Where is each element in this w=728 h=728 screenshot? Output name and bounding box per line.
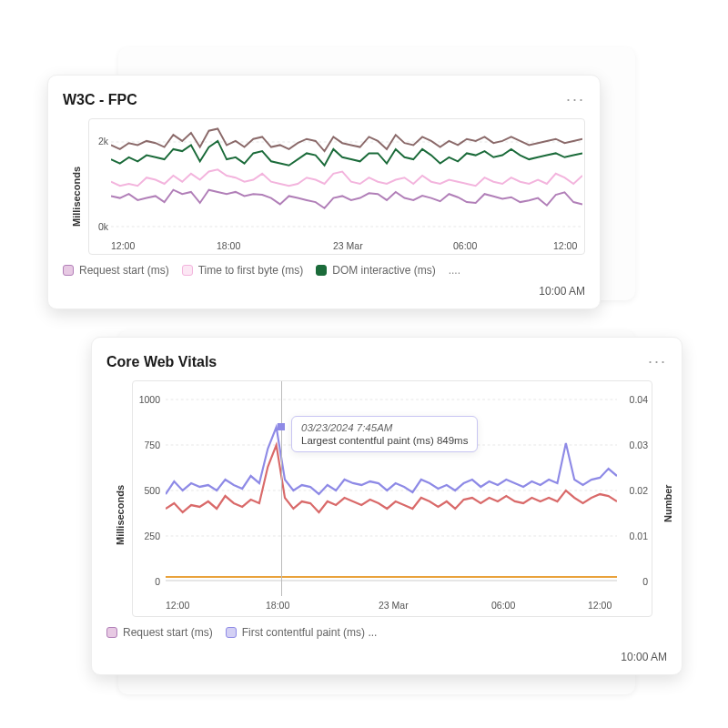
footer-time: 10:00 AM: [539, 285, 585, 298]
y-tick-right: 0.04: [630, 394, 648, 405]
legend-item: Request start (ms): [63, 264, 169, 277]
x-tick: 12:00: [588, 600, 612, 611]
card-core-web-vitals: Core Web Vitals ··· Milliseconds Number …: [91, 337, 682, 675]
y-tick-right: 0.02: [630, 485, 648, 496]
legend-item: Time to first byte (ms): [182, 264, 304, 277]
more-menu-icon[interactable]: ···: [648, 352, 667, 371]
y-tick: 0: [135, 576, 160, 587]
legend-label: DOM interactive (ms): [332, 264, 435, 277]
legend-label: Request start (ms): [123, 626, 213, 639]
swatch-icon: [316, 265, 327, 276]
y-tick: 500: [135, 485, 160, 496]
swatch-icon: [63, 265, 74, 276]
y-tick-right: 0: [642, 576, 648, 587]
y-tick-right: 0.03: [630, 440, 648, 450]
y-tick-right: 0.01: [630, 531, 648, 541]
tooltip-timestamp: 03/23/2024 7:45AM: [301, 422, 468, 433]
legend-more: ....: [449, 264, 460, 277]
legend-item: Request start (ms): [106, 626, 213, 639]
y-axis-label: Milliseconds: [71, 167, 82, 227]
x-tick: 18:00: [266, 600, 289, 611]
more-menu-icon[interactable]: ···: [566, 90, 585, 109]
tooltip-marker: [278, 423, 285, 430]
footer-time: 10:00 AM: [621, 651, 667, 663]
chart-cwv[interactable]: Milliseconds Number 1000 750 500 250 0 0…: [132, 380, 652, 617]
x-tick: 23 Mar: [379, 600, 409, 611]
card-title: W3C - FPC: [63, 92, 137, 108]
swatch-icon: [182, 265, 193, 276]
tooltip: 03/23/2024 7:45AM Largest contentful pai…: [291, 416, 478, 452]
x-tick: 18:00: [217, 240, 240, 251]
y-tick: 0k: [92, 221, 108, 232]
tooltip-text: Largest contentful paint (ms) 849ms: [301, 435, 468, 446]
legend: Request start (ms) First contentful pain…: [106, 626, 667, 639]
legend-label: Time to first byte (ms): [198, 264, 304, 277]
x-tick: 06:00: [491, 600, 515, 611]
x-tick: 12:00: [166, 600, 189, 611]
legend: Request start (ms) Time to first byte (m…: [63, 264, 585, 277]
y-tick: 250: [135, 531, 160, 541]
x-tick: 12:00: [553, 240, 577, 251]
y-tick: 750: [135, 440, 160, 450]
legend-item: DOM interactive (ms): [316, 264, 435, 277]
legend-item: First contentful paint (ms) ...: [226, 626, 378, 639]
chart-svg: [166, 381, 617, 583]
chart-w3c[interactable]: Milliseconds 2k 0k 12:00 18:00 23 Mar 06…: [88, 118, 585, 255]
legend-label: Request start (ms): [79, 264, 169, 277]
card-w3c-fpc: W3C - FPC ··· Milliseconds 2k 0k 12:00 1…: [47, 75, 601, 309]
chart-svg: [111, 119, 582, 236]
swatch-icon: [226, 627, 237, 638]
x-tick: 12:00: [111, 240, 135, 251]
y-tick: 1000: [135, 394, 160, 405]
y-axis-label-right: Number: [662, 484, 673, 522]
y-tick: 2k: [92, 136, 108, 147]
y-axis-label-left: Milliseconds: [115, 485, 126, 545]
card-title: Core Web Vitals: [106, 354, 217, 370]
x-tick: 06:00: [453, 240, 477, 251]
legend-label: First contentful paint (ms) ...: [242, 626, 378, 639]
swatch-icon: [106, 627, 117, 638]
x-tick: 23 Mar: [333, 240, 363, 251]
cursor-line: [281, 381, 282, 596]
